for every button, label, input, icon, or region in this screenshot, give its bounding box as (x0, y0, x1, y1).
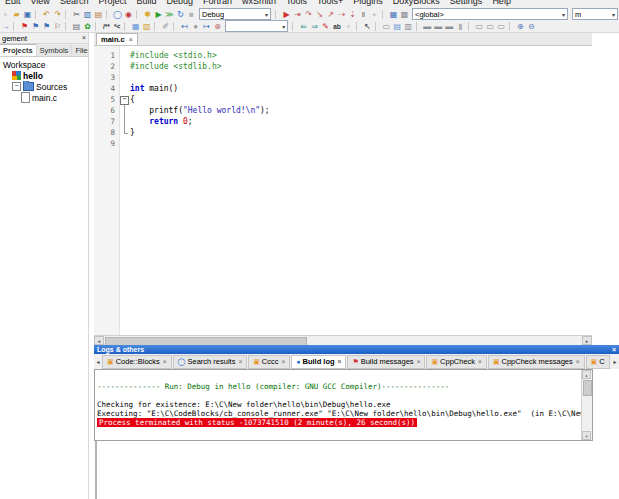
close-icon[interactable]: × (338, 358, 342, 365)
incsearch-next-icon[interactable]: ↦ (201, 21, 212, 32)
zoom-in-icon[interactable]: ⊕ (515, 21, 526, 32)
wxsmith-dialog-icon[interactable]: ▭ (381, 21, 392, 32)
stop-debugger-icon[interactable]: ▪ (369, 9, 380, 20)
next-bookmark-icon[interactable]: ⚑ (41, 21, 52, 32)
close-icon[interactable]: × (612, 346, 616, 353)
log-vertical-scrollbar[interactable]: ▴ ▾ (581, 370, 592, 440)
thread-search-icon[interactable]: ◦ (343, 21, 354, 32)
debugging-windows-icon[interactable]: ▦ (388, 9, 399, 20)
menu-plugins[interactable]: Plugins (348, 0, 388, 7)
prev-bookmark-icon[interactable]: ⚑ (30, 21, 41, 32)
save-icon[interactable]: ▣ (22, 9, 33, 20)
menu-fortran[interactable]: Fortran (198, 0, 237, 7)
doxy-run-doxygen-icon[interactable]: ▦ (130, 21, 141, 32)
find-icon[interactable]: ◯ (112, 9, 123, 20)
scroll-down-icon[interactable]: ▾ (582, 431, 591, 440)
log-tab-build-messages[interactable]: ⚑Build messages× (347, 355, 425, 369)
run-cccc-icon[interactable]: ▤ (71, 21, 82, 32)
various-info-icon[interactable]: ▩ (399, 9, 410, 20)
wxsmith-custom-icon[interactable]: ▭ (496, 21, 507, 32)
log-tab-search-results[interactable]: ◯Search results× (173, 355, 248, 369)
editor-tab-main-c[interactable]: main.c × (96, 33, 138, 45)
doxy-line-comment-icon[interactable]: *< (112, 21, 122, 32)
open-icon[interactable]: ▰ (11, 9, 22, 20)
build-target-select[interactable]: Debug▾ (199, 8, 271, 20)
build-icon[interactable]: ✱ (142, 9, 153, 20)
debug-continue-icon[interactable]: ▶ (281, 9, 292, 20)
menu-view[interactable]: View (26, 0, 55, 7)
find-in-files-icon[interactable]: ◉ (123, 9, 134, 20)
close-icon[interactable]: × (576, 358, 580, 365)
fold-toggle-icon[interactable]: − (120, 96, 129, 105)
step-into-instruction-icon[interactable]: ⇣ (347, 9, 358, 20)
step-out-icon[interactable]: ↗ (325, 9, 336, 20)
close-icon[interactable]: × (238, 358, 242, 365)
redo-icon[interactable]: ↷ (52, 9, 63, 20)
close-icon[interactable]: × (82, 34, 86, 42)
log-tab-build-log[interactable]: ●Build log× (291, 355, 346, 369)
run-cppcheck-icon[interactable]: ✿ (82, 21, 93, 32)
wxsmith-pointer-icon[interactable]: ↖ (362, 21, 373, 32)
menu-search[interactable]: Search (55, 0, 94, 7)
scrollbar-thumb[interactable] (583, 380, 592, 396)
paste-icon[interactable]: ▤ (93, 9, 104, 20)
log-tab-code-blocks[interactable]: ▣Code::Blocks× (102, 355, 172, 369)
close-icon[interactable]: × (478, 358, 482, 365)
doxy-config-icon[interactable]: ▧ (141, 21, 152, 32)
tree-item-hello[interactable]: hello (0, 70, 88, 81)
tab-symbols[interactable]: Symbols (37, 45, 73, 56)
menu-debug[interactable]: Debug (161, 0, 198, 7)
incremental-search-input[interactable]: ▾ (225, 20, 288, 32)
menu-wxsmith[interactable]: wxSmith (237, 0, 281, 7)
wxsmith-quick-props-icon[interactable]: ▭ (485, 21, 496, 32)
toggle-bookmark-icon[interactable]: ⚑ (19, 21, 30, 32)
wxsmith-frame-icon[interactable]: ▤ (392, 21, 403, 32)
cut-icon[interactable]: ✂ (71, 9, 82, 20)
wxsmith-panel-icon[interactable]: ▥ (403, 21, 414, 32)
browse-forward-icon[interactable]: ⇒ (309, 21, 320, 32)
function-select[interactable]: m▾ (572, 8, 618, 20)
wxsmith-sizer-v-icon[interactable]: ▬ (433, 21, 444, 32)
tree-item-main-c[interactable]: main.c (0, 92, 88, 103)
menu-doxyblocks[interactable]: DoxyBlocks (388, 0, 445, 7)
goto-next-change-icon[interactable]: → (0, 21, 11, 32)
clear-bookmarks-icon[interactable]: ⚐ (52, 21, 63, 32)
zoom-out-icon[interactable]: ⊖ (526, 21, 537, 32)
spell-check-icon[interactable]: ab (331, 21, 343, 32)
menu-project[interactable]: Project (93, 0, 131, 7)
menu-tools[interactable]: Tools (281, 0, 312, 7)
settings-wrench-icon[interactable]: ✐ (160, 21, 171, 32)
copy-icon[interactable]: ▥ (82, 9, 93, 20)
menu-edit[interactable]: Edit (0, 0, 26, 7)
build-log-output[interactable]: -------------- Run: Debug in hello (comp… (94, 369, 593, 441)
abort-build-icon[interactable]: ■ (186, 9, 197, 20)
tabs-scroll-left-icon[interactable]: ◂ (94, 358, 102, 365)
build-and-run-icon[interactable]: ≫ (164, 9, 175, 20)
tabs-scroll-right-icon[interactable]: ▸ (611, 358, 619, 365)
close-icon[interactable]: × (163, 358, 167, 365)
wxsmith-preview-icon[interactable]: ▭ (474, 21, 485, 32)
close-icon[interactable]: × (129, 36, 133, 43)
scope-select[interactable]: <global>▾ (412, 8, 568, 20)
wxsmith-sizer-grid-icon[interactable]: ▬ (444, 21, 455, 32)
tab-projects[interactable]: Projects (0, 44, 37, 56)
log-tab-cppcheck-messages[interactable]: ▣CppCheck messages× (488, 355, 585, 369)
code-editor[interactable]: 1#include <stdio.h>2#include <stdlib.h>3… (94, 46, 592, 335)
browse-back-icon[interactable]: ⇐ (298, 21, 309, 32)
break-debugger-icon[interactable]: ‖ (358, 9, 369, 20)
step-into-icon[interactable]: ↘ (314, 9, 325, 20)
incsearch-clear-icon[interactable]: ⊗ (212, 21, 223, 32)
incsearch-highlight-icon[interactable]: ● (190, 21, 201, 32)
wxsmith-spacer-icon[interactable]: ▮ (455, 21, 466, 32)
next-line-icon[interactable]: ↷ (303, 9, 314, 20)
menu-help[interactable]: Help (487, 0, 516, 7)
close-icon[interactable]: × (417, 358, 421, 365)
scroll-right-icon[interactable]: ▸ (582, 336, 592, 345)
incsearch-prev-icon[interactable]: ↤ (179, 21, 190, 32)
scroll-left-icon[interactable]: ◂ (94, 336, 104, 345)
run-to-cursor-icon[interactable]: ⇥ (292, 9, 303, 20)
log-tab-cppcheck[interactable]: ▣CppCheck× (426, 355, 486, 369)
menu-build[interactable]: Build (131, 0, 161, 7)
log-tab-cccc[interactable]: ▣Cccc× (248, 355, 290, 369)
tree-item-sources[interactable]: −Sources (0, 81, 88, 92)
